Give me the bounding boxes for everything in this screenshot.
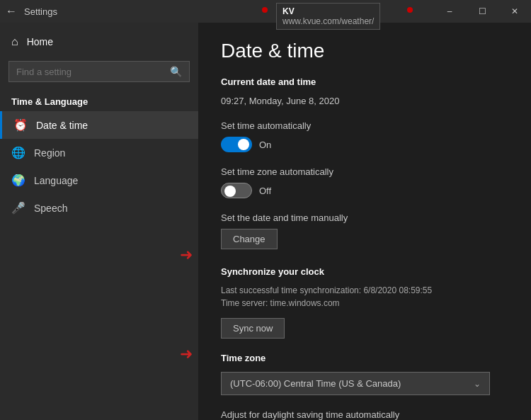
tooltip-sitename: KV — [282, 6, 374, 16]
chevron-down-icon: ⌄ — [474, 379, 481, 389]
arrow-annotation-1: ➜ — [180, 246, 193, 264]
red-dot-1 — [262, 7, 268, 13]
current-section-title: Current date and time — [221, 76, 508, 87]
manual-label: Set the date and time manually — [221, 212, 508, 223]
sidebar-item-date-time-label: Date & time — [36, 120, 88, 131]
sync-section: Synchronize your clock Last successful t… — [221, 266, 508, 339]
timezone-dropdown[interactable]: (UTC-06:00) Central Time (US & Canada) ⌄ — [221, 372, 490, 395]
daylight-label: Adjust for daylight saving time automati… — [221, 409, 508, 420]
timezone-label: Time zone — [221, 353, 508, 363]
sidebar-item-home[interactable]: ⌂ Home — [0, 28, 198, 55]
tooltip-url: www.kvue.com/weather/ — [282, 16, 374, 26]
app-body: ⌂ Home 🔍 Time & Language ⏰ Date & time 🌐… — [0, 23, 531, 420]
window-controls: – ☐ ✕ — [433, 0, 531, 23]
close-button[interactable]: ✕ — [498, 0, 531, 23]
sidebar: ⌂ Home 🔍 Time & Language ⏰ Date & time 🌐… — [0, 23, 198, 420]
arrow-annotation-2: ➜ — [180, 345, 193, 363]
sidebar-item-region-label: Region — [34, 147, 65, 159]
timezone-section: Time zone (UTC-06:00) Central Time (US &… — [221, 353, 508, 395]
sidebar-item-speech[interactable]: 🎤 Speech — [0, 194, 198, 222]
region-icon: 🌐 — [11, 146, 25, 159]
sidebar-item-date-time[interactable]: ⏰ Date & time — [0, 111, 198, 139]
home-icon: ⌂ — [11, 35, 18, 48]
sidebar-item-speech-label: Speech — [34, 203, 67, 214]
red-dot-2 — [407, 7, 413, 13]
sync-button[interactable]: Sync now — [221, 318, 285, 339]
set-timezone-auto-state: Off — [259, 186, 271, 196]
sidebar-item-language-label: Language — [34, 175, 78, 186]
app-title: Settings — [24, 6, 57, 17]
set-auto-state: On — [259, 140, 271, 150]
sidebar-section-title: Time & Language — [0, 88, 198, 111]
sidebar-item-language[interactable]: 🌍 Language — [0, 166, 198, 194]
back-button[interactable]: ← — [6, 5, 17, 18]
change-button[interactable]: Change — [221, 229, 278, 249]
language-icon: 🌍 — [11, 174, 25, 187]
maximize-button[interactable]: ☐ — [466, 0, 498, 23]
toggle-knob-timezone-auto — [224, 186, 236, 197]
sync-last: Last successful time synchronization: 6/… — [221, 285, 508, 295]
sync-title: Synchronize your clock — [221, 266, 508, 277]
search-box: 🔍 — [8, 61, 190, 82]
set-timezone-auto-toggle[interactable] — [221, 183, 252, 198]
set-timezone-auto-label: Set time zone automatically — [221, 166, 508, 177]
speech-icon: 🎤 — [11, 201, 25, 215]
url-tooltip: KV www.kvue.com/weather/ — [276, 3, 380, 30]
page-title: Date & time — [221, 40, 508, 62]
content-area: Date & time Current date and time 09:27,… — [198, 23, 531, 420]
timezone-value: (UTC-06:00) Central Time (US & Canada) — [230, 378, 401, 389]
minimize-button[interactable]: – — [433, 0, 466, 23]
set-auto-toggle[interactable] — [221, 137, 252, 152]
sync-server: Time server: time.windows.com — [221, 298, 508, 308]
sidebar-item-region[interactable]: 🌐 Region — [0, 139, 198, 166]
titlebar: ← Settings KV www.kvue.com/weather/ – ☐ … — [0, 0, 531, 23]
set-timezone-toggle-row: Off — [221, 183, 508, 198]
set-auto-label: Set time automatically — [221, 120, 508, 131]
search-icon: 🔍 — [170, 66, 182, 77]
toggle-knob-auto — [238, 139, 249, 150]
sidebar-home-label: Home — [27, 36, 53, 47]
date-time-icon: ⏰ — [13, 118, 28, 132]
search-input[interactable] — [16, 67, 170, 77]
current-datetime: 09:27, Monday, June 8, 2020 — [221, 96, 508, 106]
set-auto-toggle-row: On — [221, 137, 508, 152]
